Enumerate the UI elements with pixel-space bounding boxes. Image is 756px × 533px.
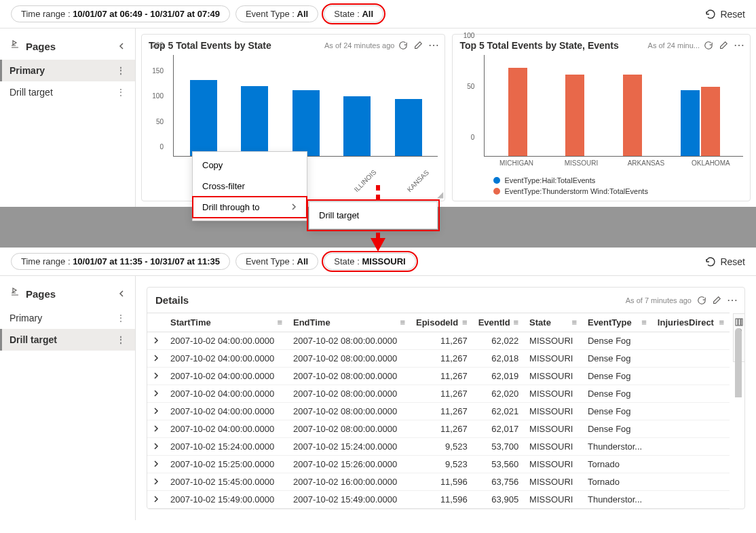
table-row[interactable]: 2007-10-02 15:25:00.00002007-10-02 15:26…: [147, 456, 730, 473]
resize-handle-icon[interactable]: ◢: [437, 190, 443, 199]
cell: 2007-10-02 04:00:00.0000: [165, 420, 288, 438]
reset-button[interactable]: Reset: [705, 256, 745, 267]
chart-bar[interactable]: [701, 87, 720, 156]
sidebar-item-primary[interactable]: Primary ⋮: [0, 60, 135, 81]
scrollbar[interactable]: [735, 328, 742, 502]
state-filter[interactable]: State : All: [324, 5, 383, 22]
chart-bar[interactable]: [190, 80, 217, 157]
sidebar-item-drill-target[interactable]: Drill target ⋮: [0, 329, 135, 351]
chart-title: Top 5 Total Events by State, Events: [459, 40, 643, 51]
context-menu-copy[interactable]: Copy: [193, 155, 307, 176]
more-icon[interactable]: ⋯: [727, 296, 736, 305]
cell: 2007-10-02 04:00:00.0000: [165, 368, 288, 385]
expand-row-icon[interactable]: [147, 403, 165, 420]
time-range-filter[interactable]: Time range : 10/01/07 at 11:35 - 10/31/0…: [11, 253, 230, 270]
pages-title: Pages: [26, 41, 117, 52]
time-range-filter[interactable]: Time range : 10/01/07 at 06:49 - 10/31/0…: [11, 5, 230, 22]
expand-row-icon[interactable]: [147, 385, 165, 403]
edit-icon[interactable]: [413, 41, 423, 50]
context-menu-drillthrough[interactable]: Drill through to: [193, 197, 307, 218]
table-row[interactable]: 2007-10-02 04:00:00.00002007-10-02 08:00…: [147, 385, 730, 403]
event-type-filter[interactable]: Event Type : All: [235, 5, 318, 22]
edit-icon[interactable]: [719, 41, 728, 50]
sidebar-item-drill-target[interactable]: Drill target ⋮: [0, 81, 135, 103]
expand-row-icon[interactable]: [147, 456, 165, 473]
chart-title: Top 5 Total Events by State: [149, 40, 320, 51]
chart-bar[interactable]: [292, 90, 320, 157]
svg-rect-2: [736, 319, 738, 325]
more-icon[interactable]: ⋯: [734, 41, 743, 50]
chart-bar[interactable]: [241, 86, 268, 157]
cell: MISSOURI: [524, 438, 582, 456]
chart-bar[interactable]: [565, 75, 584, 156]
time-range-value: 10/01/07 at 06:49 - 10/31/07 at 07:49: [73, 9, 220, 19]
cell: 2007-10-02 16:00:00.0000: [288, 473, 411, 491]
chart-bar[interactable]: [681, 90, 700, 157]
reset-label: Reset: [720, 9, 745, 20]
sidebar-item-primary[interactable]: Primary ⋮: [0, 307, 135, 329]
context-submenu-drill-target[interactable]: Drill target: [309, 205, 437, 226]
column-header-eventid[interactable]: EventId ≡: [473, 313, 524, 332]
cell: Tornado: [582, 456, 652, 473]
y-tick-label: 200: [152, 41, 164, 49]
chart-bar[interactable]: [623, 75, 642, 156]
expand-row-icon[interactable]: [147, 368, 165, 385]
filter-bar: Time range : 10/01/07 at 06:49 - 10/31/0…: [0, 0, 756, 28]
cell: 2007-10-02 04:00:00.0000: [165, 350, 288, 368]
column-header-injuriesdirect[interactable]: InjuriesDirect ≡: [652, 313, 730, 332]
cell: 11,596: [411, 491, 473, 509]
expand-row-icon[interactable]: [147, 473, 165, 491]
reset-button[interactable]: Reset: [705, 9, 745, 20]
expand-row-icon[interactable]: [147, 350, 165, 368]
refresh-icon[interactable]: [398, 41, 408, 50]
pages-icon: [10, 39, 20, 53]
column-header-state[interactable]: State ≡: [524, 313, 582, 332]
table-row[interactable]: 2007-10-02 04:00:00.00002007-10-02 08:00…: [147, 420, 730, 438]
cell: [652, 420, 730, 438]
table-row[interactable]: 2007-10-02 15:49:00.00002007-10-02 15:49…: [147, 491, 730, 509]
chart-bar[interactable]: [343, 96, 371, 157]
chart-plot[interactable]: 050100 MICHIGANMISSOURIARKANSASOKLAHOMA: [453, 51, 750, 174]
column-header-starttime[interactable]: StartTime ≡: [165, 313, 288, 332]
table-row[interactable]: 2007-10-02 04:00:00.00002007-10-02 08:00…: [147, 332, 730, 350]
page-item-more-icon[interactable]: ⋮: [116, 334, 126, 345]
expand-row-icon[interactable]: [147, 491, 165, 509]
y-tick-label: 50: [467, 83, 474, 90]
cell: MISSOURI: [524, 403, 582, 420]
event-type-filter[interactable]: Event Type : All: [235, 253, 318, 270]
expand-row-icon[interactable]: [147, 438, 165, 456]
column-header-eventtype[interactable]: EventType ≡: [582, 313, 652, 332]
table-row[interactable]: 2007-10-02 15:24:00.00002007-10-02 15:24…: [147, 438, 730, 456]
table-row[interactable]: 2007-10-02 04:00:00.00002007-10-02 08:00…: [147, 368, 730, 385]
y-tick-label: 150: [152, 66, 164, 74]
refresh-icon[interactable]: [704, 41, 713, 50]
collapse-sidebar-icon[interactable]: [117, 42, 126, 50]
page-item-more-icon[interactable]: ⋮: [116, 313, 126, 323]
cell: 11,596: [411, 473, 473, 491]
context-menu-crossfilter[interactable]: Cross-filter: [193, 176, 307, 197]
sidebar-item-label: Primary: [10, 65, 45, 76]
state-filter[interactable]: State : MISSOURI: [324, 253, 416, 270]
column-header-endtime[interactable]: EndTime ≡: [288, 313, 411, 332]
page-item-more-icon[interactable]: ⋮: [116, 65, 126, 76]
event-type-label: Event Type :: [246, 256, 295, 266]
table-row[interactable]: 2007-10-02 04:00:00.00002007-10-02 08:00…: [147, 350, 730, 368]
page-item-more-icon[interactable]: ⋮: [116, 87, 126, 98]
legend-entry: EventType:Hail:TotalEvents: [493, 176, 743, 184]
more-icon[interactable]: ⋯: [428, 41, 438, 50]
column-header-episodeid[interactable]: EpisodeId ≡: [411, 313, 473, 332]
cell: 11,267: [411, 403, 473, 420]
expand-row-icon[interactable]: [147, 332, 165, 350]
edit-icon[interactable]: [712, 296, 721, 305]
table-row[interactable]: 2007-10-02 04:00:00.00002007-10-02 08:00…: [147, 403, 730, 420]
refresh-icon[interactable]: [697, 296, 706, 305]
cell: 2007-10-02 15:24:00.0000: [165, 438, 288, 456]
cell: 11,267: [411, 368, 473, 385]
table-row[interactable]: 2007-10-02 15:45:00.00002007-10-02 16:00…: [147, 473, 730, 491]
cell: Dense Fog: [582, 350, 652, 368]
cell: 62,018: [473, 350, 524, 368]
expand-row-icon[interactable]: [147, 420, 165, 438]
chart-bar[interactable]: [508, 68, 527, 157]
collapse-sidebar-icon[interactable]: [117, 290, 126, 298]
chart-bar[interactable]: [395, 99, 422, 156]
